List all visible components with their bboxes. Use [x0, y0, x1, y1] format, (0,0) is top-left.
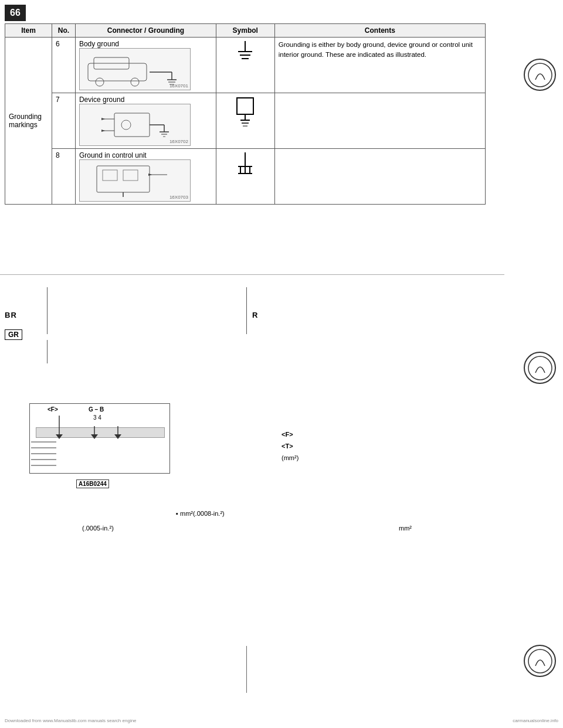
table-row: 8 Ground in control unit	[5, 149, 486, 205]
circle-top-svg	[527, 62, 553, 88]
mm2-suffix-text: mm²	[399, 525, 412, 532]
note1-text: ▪ mm²(.0008-in.²)	[176, 510, 225, 517]
row-no-6: 6	[52, 38, 75, 93]
svg-marker-47	[91, 434, 98, 439]
circle-bottom-svg	[527, 648, 553, 674]
symbol-control-ground	[216, 149, 274, 205]
svg-rect-31	[123, 170, 138, 181]
header-contents: Contents	[274, 24, 485, 38]
splice-diagram-box: <F> G – B 3 4	[29, 403, 170, 474]
label-gr: GR	[5, 329, 22, 340]
svg-rect-30	[103, 170, 117, 181]
main-reference-table: Item No. Connector / Grounding Symbol Co…	[5, 23, 486, 205]
t-annotation: <T>	[282, 443, 293, 450]
connector-f-label: <F>	[48, 406, 58, 413]
diagram-code-7: 16X0702	[169, 139, 188, 144]
svg-point-42	[528, 356, 552, 380]
row-no-7: 7	[52, 93, 75, 149]
svg-point-3	[131, 78, 139, 86]
device-ground-symbol-svg	[232, 96, 258, 128]
symbol-body-ground	[216, 38, 274, 93]
f-annotation: <F>	[282, 431, 293, 438]
svg-point-14	[121, 120, 131, 130]
symbol-device-ground	[216, 93, 274, 149]
footer-right: carmanualsonline.info	[513, 718, 558, 723]
header-no: No.	[52, 24, 75, 38]
diagram-16x0703: 16X0703	[79, 159, 191, 202]
harness-svg	[30, 436, 59, 471]
svg-point-43	[528, 649, 552, 673]
svg-marker-17	[101, 118, 105, 120]
label-r: R	[252, 311, 257, 319]
item-label: Groundingmarkings	[5, 38, 52, 205]
right-circle-top	[524, 59, 556, 91]
header-connector: Connector / Grounding	[75, 24, 216, 38]
body-ground-symbol-svg	[235, 40, 256, 70]
footer-left: Downloaded from www.Manualslib.com manua…	[5, 718, 137, 723]
diagram-code-8: 16X0703	[169, 195, 188, 200]
row-no-8: 8	[52, 149, 75, 205]
contents-8	[274, 149, 485, 205]
diagram-code-label: A16B0244	[76, 479, 109, 488]
svg-rect-13	[114, 113, 150, 137]
diagram-16x0702: 16X0702	[79, 104, 191, 146]
device-ground-svg	[85, 107, 185, 142]
row-connector-8: Ground in control unit 16X070	[75, 149, 216, 205]
row-connector-7: Device ground	[75, 93, 216, 149]
label-br: BR	[5, 311, 17, 319]
connector-g-label: G – B	[89, 406, 104, 413]
header-symbol: Symbol	[216, 24, 274, 38]
right-circle-mid	[524, 352, 556, 384]
wire-line-2	[246, 287, 247, 334]
contents-7	[274, 93, 485, 149]
control-ground-symbol-svg	[232, 151, 258, 184]
mm2-annotation: (mm²)	[282, 454, 299, 461]
wire-line-1	[47, 287, 48, 334]
separator-line	[0, 274, 504, 275]
bottom-vertical-line	[246, 646, 247, 693]
diagram-16x0701: 16X0701	[79, 48, 191, 90]
circle-mid-svg	[527, 355, 553, 381]
arrow-svg	[30, 416, 171, 439]
svg-rect-0	[88, 63, 147, 81]
svg-marker-19	[101, 130, 105, 132]
svg-marker-33	[148, 174, 152, 176]
page-number: 66	[5, 5, 26, 21]
diagram-code-6: 16X0701	[169, 83, 188, 89]
note2-text: (.0005-in.²)	[82, 525, 114, 532]
svg-point-41	[528, 63, 552, 87]
svg-point-2	[96, 78, 104, 86]
table-row: Groundingmarkings 6 Body ground	[5, 38, 486, 93]
table-row: 7 Device ground	[5, 93, 486, 149]
wire-line-3	[47, 340, 48, 363]
note1-bold: ▪	[176, 510, 178, 517]
body-ground-svg	[85, 52, 185, 87]
svg-rect-24	[237, 98, 253, 114]
row-connector-6: Body ground	[75, 38, 216, 93]
right-circle-bottom	[524, 645, 556, 677]
header-item: Item	[5, 24, 52, 38]
contents-6: Grounding is either by body ground, devi…	[274, 38, 485, 93]
control-unit-svg	[85, 163, 185, 198]
svg-marker-49	[114, 434, 121, 439]
